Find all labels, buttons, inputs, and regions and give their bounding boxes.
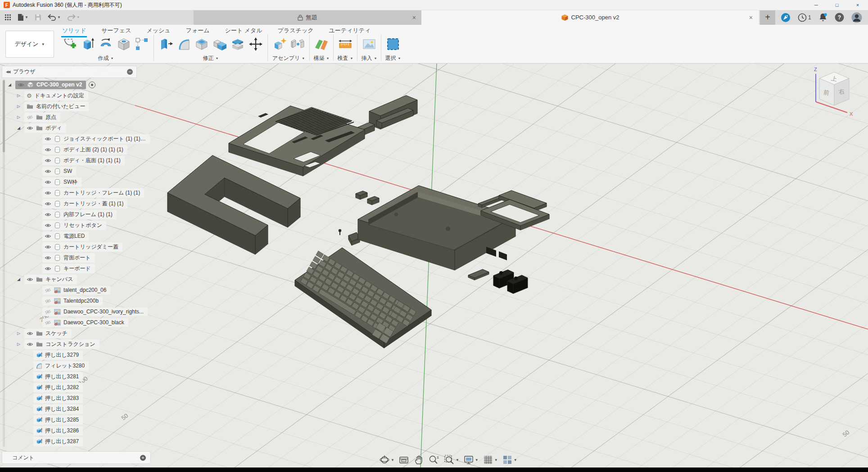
tab-close-icon[interactable]: ×: [749, 14, 753, 21]
browser-item[interactable]: ▷スケッチ: [2, 328, 137, 339]
zoom-icon[interactable]: ±: [428, 454, 440, 465]
visibility-eye-icon[interactable]: [45, 158, 51, 163]
browser-item[interactable]: Talentdpc200b: [2, 295, 137, 306]
browser-item[interactable]: 押し出し3282: [2, 382, 137, 393]
split-body-icon[interactable]: [229, 36, 246, 53]
expand-closed-icon[interactable]: ▷: [17, 104, 24, 109]
expand-open-icon[interactable]: ◢: [8, 82, 15, 87]
joint-icon[interactable]: [289, 36, 306, 53]
browser-item[interactable]: 電源LED: [2, 231, 137, 241]
group-label-construct[interactable]: 構築▼: [314, 54, 330, 62]
tab-untitled-document[interactable]: 無題 ×: [194, 10, 421, 25]
group-label-create[interactable]: 作成▼: [98, 54, 114, 62]
combine-icon[interactable]: [211, 36, 228, 53]
expand-open-icon[interactable]: ◢: [17, 126, 24, 130]
visibility-eye-icon[interactable]: [45, 266, 51, 271]
revolve-icon[interactable]: [97, 36, 114, 53]
visibility-eye-off-icon[interactable]: [45, 299, 51, 304]
viewports-icon[interactable]: ▼: [502, 454, 517, 465]
group-label-assemble[interactable]: アセンブリ▼: [272, 54, 305, 62]
new-tab-button[interactable]: +: [760, 10, 775, 25]
collapse-panel-icon[interactable]: ◀◀: [6, 70, 9, 74]
app-grid-icon[interactable]: [5, 14, 11, 21]
browser-item[interactable]: 背面ポート: [2, 252, 137, 263]
browser-item[interactable]: 押し出し3287: [2, 436, 137, 447]
browser-item[interactable]: ▷⚙ドキュメントの設定: [2, 90, 137, 101]
look-at-icon[interactable]: [398, 454, 409, 465]
browser-item[interactable]: ▷原点: [2, 112, 137, 123]
browser-item[interactable]: SW枠: [2, 177, 137, 187]
sw-plate[interactable]: [468, 269, 489, 280]
visibility-eye-icon[interactable]: [45, 191, 51, 195]
tab-active-document[interactable]: CPC-300_open v2 ×: [421, 10, 759, 25]
group-label-insert[interactable]: 挿入▼: [362, 54, 377, 62]
file-icon[interactable]: ▼: [18, 14, 28, 21]
new-component-icon[interactable]: [271, 36, 288, 53]
window-zoom-icon[interactable]: ▼: [444, 454, 459, 465]
browser-item[interactable]: SW: [2, 166, 137, 177]
activate-component-radio[interactable]: [89, 82, 95, 88]
browser-item[interactable]: ◢ボディ: [2, 123, 137, 133]
visibility-eye-icon[interactable]: [45, 180, 51, 185]
pattern-icon[interactable]: [133, 36, 150, 53]
visibility-eye-icon[interactable]: [45, 245, 51, 250]
cpc300-exploded-model[interactable]: [167, 95, 549, 348]
display-settings-icon[interactable]: ▼: [463, 454, 479, 465]
browser-item[interactable]: フィレット3280: [2, 360, 137, 371]
redo-icon[interactable]: ▼: [67, 14, 80, 21]
visibility-eye-icon[interactable]: [45, 201, 51, 206]
maximize-button[interactable]: □: [827, 0, 847, 10]
hole-icon[interactable]: [115, 36, 132, 53]
extensions-icon[interactable]: [781, 13, 791, 23]
tab-close-icon[interactable]: ×: [412, 14, 416, 21]
visibility-eye-icon[interactable]: [27, 277, 33, 282]
browser-header[interactable]: ◀◀ ブラウザ −: [2, 66, 137, 78]
visibility-eye-off-icon[interactable]: [45, 309, 51, 314]
expand-closed-icon[interactable]: ▷: [17, 342, 24, 346]
minimize-button[interactable]: ─: [806, 0, 827, 10]
undo-icon[interactable]: ▼: [48, 14, 61, 21]
expand-closed-icon[interactable]: ▷: [17, 93, 24, 98]
visibility-eye-icon[interactable]: [45, 223, 51, 228]
browser-item[interactable]: ボディ・底面 (1) (1) (1): [2, 155, 137, 166]
visibility-eye-icon[interactable]: [45, 255, 51, 260]
reset-button[interactable]: [339, 229, 341, 235]
browser-item[interactable]: ボディ上面 (2) (1) (1) (1): [2, 144, 137, 155]
visibility-eye-icon[interactable]: [27, 126, 33, 131]
keyboard[interactable]: [295, 248, 431, 348]
browser-item[interactable]: リセットボタン: [2, 220, 137, 231]
browser-item[interactable]: 押し出し3281: [2, 371, 137, 382]
body-top-case[interactable]: [229, 106, 365, 176]
measure-icon[interactable]: [337, 36, 354, 53]
save-icon[interactable]: [35, 14, 41, 21]
shell-icon[interactable]: [193, 36, 210, 53]
view-cube[interactable]: Z X 上 前 右: [805, 64, 861, 122]
browser-item[interactable]: 押し出し3279: [2, 349, 137, 360]
visibility-eye-icon[interactable]: [18, 82, 24, 87]
browser-item[interactable]: ▷名前の付いたビュー: [2, 101, 137, 112]
help-icon[interactable]: ?: [835, 13, 844, 22]
fillet-icon[interactable]: [175, 36, 192, 53]
visibility-eye-icon[interactable]: [27, 342, 33, 347]
grid-and-snaps-icon[interactable]: ▼: [483, 454, 498, 465]
remove-panel-icon[interactable]: −: [127, 69, 133, 75]
visibility-eye-off-icon[interactable]: [27, 115, 33, 120]
browser-item[interactable]: カートリッジ・蓋 (1) (1): [2, 198, 137, 209]
close-button[interactable]: ×: [847, 0, 868, 10]
press-pull-icon[interactable]: [157, 36, 174, 53]
comment-bar[interactable]: コメント +: [2, 451, 151, 464]
browser-item[interactable]: 押し出し3285: [2, 414, 137, 425]
browser-item[interactable]: 押し出し3283: [2, 393, 137, 404]
workspace-selector[interactable]: デザイン ▼: [5, 31, 54, 58]
construction-plane-icon[interactable]: [313, 36, 330, 53]
browser-item[interactable]: ▷コンストラクション: [2, 339, 137, 349]
expand-closed-icon[interactable]: ▷: [17, 331, 24, 336]
orbit-icon[interactable]: ▼: [379, 454, 394, 465]
browser-item[interactable]: カートリッジダミー蓋: [2, 241, 137, 252]
job-status-icon[interactable]: 1: [798, 13, 811, 22]
add-comment-icon[interactable]: +: [140, 455, 146, 461]
group-label-inspect[interactable]: 検査▼: [338, 54, 353, 62]
expand-open-icon[interactable]: ◢: [17, 277, 24, 281]
browser-item[interactable]: 押し出し3286: [2, 425, 137, 436]
visibility-eye-off-icon[interactable]: [45, 288, 51, 293]
